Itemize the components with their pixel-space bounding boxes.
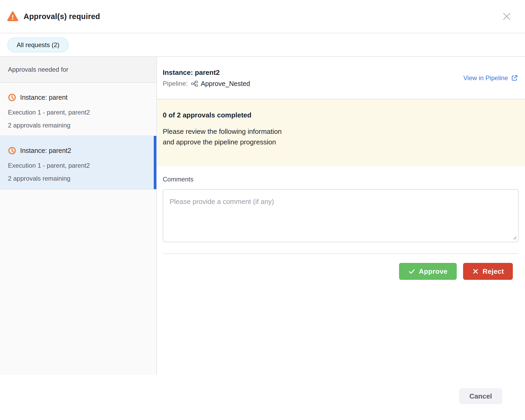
view-in-pipeline-label: View in Pipeline: [463, 74, 508, 82]
approvals-status: 0 of 2 approvals completed: [163, 111, 519, 119]
sidebar-heading: Approvals needed for: [0, 57, 156, 83]
modal-footer: Cancel: [0, 375, 525, 420]
pipeline-label: Pipeline:: [163, 80, 188, 87]
reject-button[interactable]: Reject: [463, 263, 513, 280]
cancel-button[interactable]: Cancel: [459, 388, 502, 404]
external-link-icon: [511, 74, 518, 81]
item-remaining: 2 approvals remaining: [8, 122, 148, 129]
approve-button[interactable]: Approve: [399, 263, 457, 280]
sidebar-item-parent2[interactable]: Instance: parent2 Execution 1 - parent, …: [0, 136, 156, 190]
modal-body: Approvals needed for Instance: parent Ex…: [0, 57, 525, 375]
item-title-row: Instance: parent: [8, 93, 148, 102]
view-in-pipeline-link[interactable]: View in Pipeline: [463, 74, 518, 82]
pipeline-icon: [191, 80, 198, 87]
item-remaining: 2 approvals remaining: [8, 175, 148, 182]
pipeline-row: Pipeline: Approve_Nested: [163, 80, 250, 88]
comments-section: Comments: [157, 166, 525, 280]
x-icon: [472, 268, 479, 275]
approval-modal: Approval(s) required All requests (2) Ap…: [0, 0, 525, 420]
comment-field-wrap: [163, 189, 519, 242]
warning-icon: [7, 11, 18, 22]
detail-header-left: Instance: parent2 Pipeline: Approve_Nest…: [163, 69, 250, 88]
modal-title: Approval(s) required: [24, 12, 100, 21]
tab-row: All requests (2): [0, 33, 525, 57]
item-execution: Execution 1 - parent, parent2: [8, 109, 148, 116]
approvals-sidebar: Approvals needed for Instance: parent Ex…: [0, 57, 157, 375]
modal-header: Approval(s) required: [0, 0, 525, 33]
sidebar-item-parent[interactable]: Instance: parent Execution 1 - parent, p…: [0, 83, 156, 136]
comment-input[interactable]: [163, 189, 519, 242]
instance-title: Instance: parent2: [163, 69, 250, 77]
clock-icon: [8, 93, 16, 102]
comments-label: Comments: [163, 176, 519, 183]
reject-label: Reject: [483, 267, 504, 276]
close-icon: [502, 12, 511, 21]
resize-handle-icon[interactable]: [512, 235, 517, 240]
detail-header: Instance: parent2 Pipeline: Approve_Nest…: [157, 57, 525, 99]
clock-icon: [8, 147, 16, 155]
close-button[interactable]: [502, 11, 512, 21]
action-buttons: Approve Reject: [163, 254, 519, 280]
item-title: Instance: parent: [20, 94, 67, 101]
check-icon: [408, 268, 415, 275]
item-execution: Execution 1 - parent, parent2: [8, 162, 148, 169]
item-title: Instance: parent2: [20, 147, 71, 154]
approval-message-line2: and approve the pipeline progression: [163, 137, 519, 147]
tab-all-requests[interactable]: All requests (2): [7, 38, 69, 52]
approve-label: Approve: [419, 267, 447, 276]
item-title-row: Instance: parent2: [8, 147, 148, 155]
selected-indicator-bar: [154, 136, 156, 189]
approval-detail-panel: Instance: parent2 Pipeline: Approve_Nest…: [157, 57, 525, 375]
approval-message-line1: Please review the following information: [163, 126, 519, 137]
approval-info-banner: 0 of 2 approvals completed Please review…: [157, 99, 525, 166]
approval-message: Please review the following information …: [163, 126, 519, 147]
pipeline-name: Approve_Nested: [201, 80, 250, 88]
